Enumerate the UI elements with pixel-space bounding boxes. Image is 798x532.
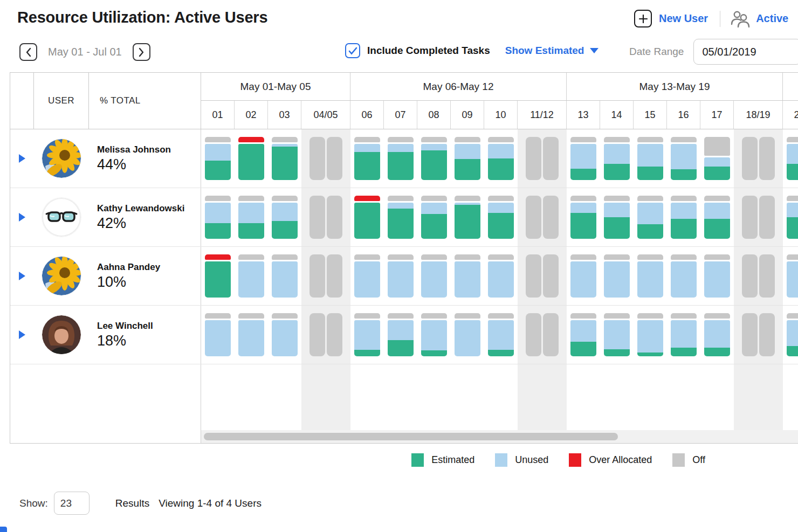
unused-segment	[455, 320, 480, 356]
unused-segment	[388, 261, 414, 298]
utilization-bar-cell[interactable]	[567, 129, 600, 188]
utilization-bar-cell[interactable]	[384, 129, 417, 188]
day-header-cell: 04/05	[301, 101, 350, 129]
expand-row-button[interactable]	[19, 272, 25, 280]
utilization-bar-cell[interactable]	[667, 188, 700, 246]
estimated-segment	[421, 214, 447, 239]
utilization-bar-cell[interactable]	[567, 188, 600, 246]
show-estimated-dropdown[interactable]: Show Estimated	[505, 45, 599, 57]
show-estimated-label: Show Estimated	[505, 45, 584, 57]
unused-segment	[488, 144, 514, 158]
off-pill	[742, 196, 758, 239]
utilization-bar-cell[interactable]	[783, 188, 798, 246]
utilization-bar-cell[interactable]	[268, 188, 301, 246]
off-cap	[238, 313, 264, 319]
off-pill	[309, 254, 325, 298]
utilization-bar-cell[interactable]	[634, 306, 667, 364]
utilization-bar-cell[interactable]	[667, 247, 700, 305]
expand-row-button[interactable]	[19, 213, 25, 222]
utilization-bar-cell[interactable]	[567, 247, 600, 305]
utilization-bar-cell[interactable]	[783, 306, 798, 364]
bar-fill	[488, 203, 514, 239]
utilization-bar-cell[interactable]	[350, 306, 384, 364]
horizontal-scrollbar-track[interactable]	[201, 430, 798, 443]
off-pill	[327, 196, 342, 239]
off-pill	[742, 313, 758, 356]
utilization-bar-cell[interactable]	[600, 247, 634, 305]
utilization-bar-cell[interactable]	[700, 188, 734, 246]
utilization-bar-cell[interactable]	[201, 306, 235, 364]
utilization-bar-cell[interactable]	[667, 129, 700, 188]
utilization-bar-cell[interactable]	[634, 188, 667, 246]
utilization-bar-cell[interactable]	[700, 306, 734, 364]
week-header-cell: May 01-May 05	[201, 73, 350, 100]
weeks-row: May 01-May 05May 06-May 12May 13-May 19	[201, 73, 798, 101]
include-completed-checkbox[interactable]	[345, 43, 360, 58]
utilization-bar-cell[interactable]	[451, 247, 484, 305]
show-count-input[interactable]	[54, 492, 90, 515]
bar-fill	[354, 320, 380, 356]
utilization-bar-cell[interactable]	[384, 306, 417, 364]
utilization-bar-cell[interactable]	[201, 247, 235, 305]
utilization-bar-cell[interactable]	[235, 306, 268, 364]
off-cap	[704, 313, 730, 319]
utilization-bar-cell[interactable]	[268, 306, 301, 364]
utilization-bar-cell[interactable]	[235, 129, 268, 188]
utilization-bar-cell[interactable]	[235, 247, 268, 305]
utilization-bar-cell[interactable]	[384, 188, 417, 246]
previous-period-button[interactable]	[19, 43, 37, 61]
bar-fill	[704, 261, 730, 298]
utilization-bar-cell[interactable]	[268, 247, 301, 305]
off-pills	[742, 137, 775, 180]
utilization-bar-cell[interactable]	[634, 247, 667, 305]
utilization-bar-cell[interactable]	[783, 247, 798, 305]
unused-segment	[704, 157, 730, 167]
utilization-bar-cell[interactable]	[384, 247, 417, 305]
estimated-segment	[570, 342, 596, 356]
next-period-button[interactable]	[133, 43, 150, 61]
filler-cell	[201, 364, 235, 430]
off-cap	[787, 137, 798, 142]
date-range-input[interactable]	[693, 39, 798, 65]
expand-row-button[interactable]	[19, 154, 25, 163]
active-filter[interactable]: Active	[756, 12, 788, 25]
utilization-bar-cell[interactable]	[417, 129, 451, 188]
utilization-bar-cell[interactable]	[350, 247, 384, 305]
utilization-bar-cell[interactable]	[417, 188, 451, 246]
utilization-bar-cell[interactable]	[600, 188, 634, 246]
utilization-bar-cell[interactable]	[451, 129, 484, 188]
new-user-button[interactable]	[634, 10, 652, 27]
utilization-bar-cell[interactable]	[201, 129, 235, 188]
unused-segment	[637, 320, 663, 353]
bar-fill	[205, 203, 231, 239]
bar-fill	[787, 144, 798, 180]
utilization-bar-cell[interactable]	[451, 306, 484, 364]
horizontal-scrollbar-thumb[interactable]	[204, 433, 618, 440]
utilization-bar-cell[interactable]	[600, 129, 634, 188]
utilization-bar-cell[interactable]	[201, 188, 235, 246]
utilization-bar-cell[interactable]	[700, 129, 734, 188]
utilization-bar	[570, 137, 596, 180]
utilization-bar-cell[interactable]	[600, 306, 634, 364]
utilization-bar-cell[interactable]	[783, 129, 798, 188]
off-day-cell	[518, 188, 567, 246]
utilization-bar-cell[interactable]	[634, 129, 667, 188]
utilization-bar-cell[interactable]	[484, 247, 518, 305]
user-row: Melissa Johnson44%	[10, 129, 798, 188]
utilization-bar-cell[interactable]	[451, 188, 484, 246]
user-total-percent: 42%	[97, 215, 184, 232]
utilization-bar-cell[interactable]	[417, 306, 451, 364]
new-user-label[interactable]: New User	[659, 12, 708, 25]
utilization-bar-cell[interactable]	[350, 129, 384, 188]
utilization-bar-cell[interactable]	[700, 247, 734, 305]
utilization-bar-cell[interactable]	[484, 188, 518, 246]
utilization-bar-cell[interactable]	[484, 306, 518, 364]
utilization-bar-cell[interactable]	[484, 129, 518, 188]
utilization-bar-cell[interactable]	[350, 188, 384, 246]
utilization-bar-cell[interactable]	[417, 247, 451, 305]
utilization-bar-cell[interactable]	[667, 306, 700, 364]
utilization-bar-cell[interactable]	[235, 188, 268, 246]
utilization-bar-cell[interactable]	[567, 306, 600, 364]
expand-row-button[interactable]	[19, 330, 25, 339]
utilization-bar-cell[interactable]	[268, 129, 301, 188]
